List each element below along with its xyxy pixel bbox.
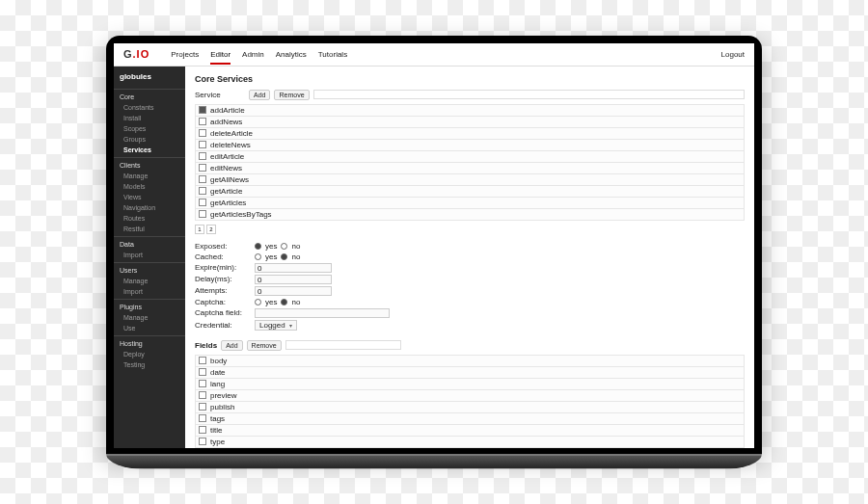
pager: 12	[195, 225, 745, 234]
captcha-no-radio[interactable]	[281, 299, 287, 305]
service-checkbox[interactable]	[199, 175, 206, 183]
service-checkbox[interactable]	[199, 152, 206, 160]
field-checkbox[interactable]	[199, 368, 206, 376]
sidebar-item-groups[interactable]: Groups	[114, 134, 185, 145]
field-row[interactable]: type	[195, 437, 745, 448]
field-row[interactable]: publish	[195, 402, 745, 413]
exposed-yes-radio[interactable]	[255, 243, 261, 250]
service-row[interactable]: getArticle	[195, 186, 745, 198]
field-checkbox[interactable]	[199, 438, 206, 445]
sidebar-item-navigation[interactable]: Navigation	[114, 202, 185, 213]
service-checkbox[interactable]	[199, 129, 206, 137]
logout-link[interactable]: Logout	[721, 50, 745, 59]
sidebar-group-users: Users	[114, 262, 185, 276]
field-name: publish	[210, 403, 234, 411]
tab-editor[interactable]: Editor	[210, 44, 231, 65]
sidebar-item-restful[interactable]: Restful	[114, 224, 185, 234]
service-name: editArticle	[210, 152, 244, 161]
pager-page[interactable]: 2	[206, 225, 216, 234]
sidebar-group-plugins: Plugins	[114, 299, 185, 312]
sidebar-item-deploy[interactable]: Deploy	[114, 349, 185, 359]
sidebar-item-import[interactable]: Import	[114, 250, 185, 260]
service-checkbox[interactable]	[199, 199, 206, 206]
sidebar-item-import[interactable]: Import	[114, 286, 185, 297]
service-checkbox[interactable]	[199, 164, 206, 172]
field-checkbox[interactable]	[199, 414, 206, 422]
field-checkbox[interactable]	[199, 403, 206, 411]
service-row[interactable]: getAllNews	[195, 174, 745, 186]
sidebar-item-views[interactable]: Views	[114, 192, 185, 202]
service-row[interactable]: editArticle	[195, 151, 745, 163]
sidebar-item-manage[interactable]: Manage	[114, 312, 185, 323]
topbar: G.IO ProjectsEditorAdminAnalyticsTutoria…	[114, 43, 754, 66]
service-checkbox[interactable]	[199, 118, 206, 125]
fields-remove-button[interactable]: Remove	[247, 340, 282, 351]
sidebar: globules CoreConstantsInstallScopesGroup…	[114, 66, 185, 448]
attempts-input[interactable]: 0	[255, 286, 332, 296]
service-label: Service	[195, 91, 245, 99]
service-name: getArticlesByTags	[210, 210, 272, 219]
sidebar-item-scopes[interactable]: Scopes	[114, 123, 185, 134]
service-row[interactable]: getArticlesByTags	[195, 209, 745, 221]
sidebar-item-routes[interactable]: Routes	[114, 213, 185, 224]
sidebar-item-manage[interactable]: Manage	[114, 276, 185, 286]
sidebar-item-manage[interactable]: Manage	[114, 171, 185, 181]
service-row[interactable]: deleteArticle	[195, 128, 745, 140]
field-name: date	[210, 368, 226, 377]
cached-no-radio[interactable]	[281, 253, 287, 260]
field-row[interactable]: lang	[195, 379, 745, 390]
service-checkbox[interactable]	[199, 141, 206, 148]
field-row[interactable]: preview	[195, 390, 745, 402]
service-remove-button[interactable]: Remove	[274, 90, 309, 100]
service-name: getAllNews	[210, 175, 249, 184]
nav-tabs: ProjectsEditorAdminAnalyticsTutorials	[171, 44, 347, 65]
service-name-input[interactable]	[313, 90, 745, 99]
sidebar-item-constants[interactable]: Constants	[114, 102, 185, 113]
service-checkbox[interactable]	[199, 210, 206, 218]
tab-tutorials[interactable]: Tutorials	[318, 44, 347, 65]
tab-admin[interactable]: Admin	[242, 44, 264, 65]
fields-add-button[interactable]: Add	[221, 340, 242, 351]
service-row[interactable]: deleteNews	[195, 140, 745, 151]
captcha-yes-radio[interactable]	[255, 299, 261, 305]
pager-page[interactable]: 1	[195, 225, 204, 234]
service-row[interactable]: addArticle	[195, 104, 745, 117]
cached-yes-radio[interactable]	[255, 253, 261, 260]
expire-input[interactable]: 0	[255, 263, 332, 273]
credential-select[interactable]: Logged	[255, 320, 297, 331]
sidebar-item-install[interactable]: Install	[114, 113, 185, 123]
field-row[interactable]: body	[195, 355, 745, 367]
tab-projects[interactable]: Projects	[171, 44, 199, 65]
sidebar-item-models[interactable]: Models	[114, 181, 185, 192]
field-row[interactable]: title	[195, 425, 745, 437]
field-row[interactable]: tags	[195, 413, 745, 425]
service-row[interactable]: addNews	[195, 117, 745, 128]
laptop-mockup: G.IO ProjectsEditorAdminAnalyticsTutoria…	[106, 36, 762, 469]
laptop-bezel: G.IO ProjectsEditorAdminAnalyticsTutoria…	[106, 36, 762, 454]
sidebar-item-testing[interactable]: Testing	[114, 359, 185, 370]
service-settings: Exposed: yes no Cached: yes no	[195, 242, 745, 331]
field-checkbox[interactable]	[199, 357, 206, 364]
no-text: no	[291, 242, 300, 251]
service-row[interactable]: getArticles	[195, 198, 745, 209]
service-row[interactable]: editNews	[195, 163, 745, 174]
delay-input[interactable]: 0	[255, 275, 332, 284]
captcha-field-input[interactable]	[255, 308, 390, 318]
service-add-button[interactable]: Add	[249, 90, 270, 100]
yes-text: yes	[265, 242, 277, 251]
service-checkbox[interactable]	[199, 106, 206, 114]
attempts-label: Attempts:	[195, 286, 251, 295]
sidebar-item-use[interactable]: Use	[114, 323, 185, 333]
exposed-no-radio[interactable]	[281, 243, 287, 250]
field-checkbox[interactable]	[199, 426, 206, 434]
field-checkbox[interactable]	[199, 380, 206, 387]
fields-name-input[interactable]	[285, 340, 401, 350]
field-name: preview	[210, 391, 237, 400]
field-row[interactable]: date	[195, 367, 745, 379]
sidebar-item-services[interactable]: Services	[114, 145, 185, 155]
tab-analytics[interactable]: Analytics	[276, 44, 307, 65]
field-checkbox[interactable]	[199, 391, 206, 399]
sidebar-group-hosting: Hosting	[114, 335, 185, 349]
brand-g: G	[123, 48, 133, 60]
service-checkbox[interactable]	[199, 187, 206, 195]
